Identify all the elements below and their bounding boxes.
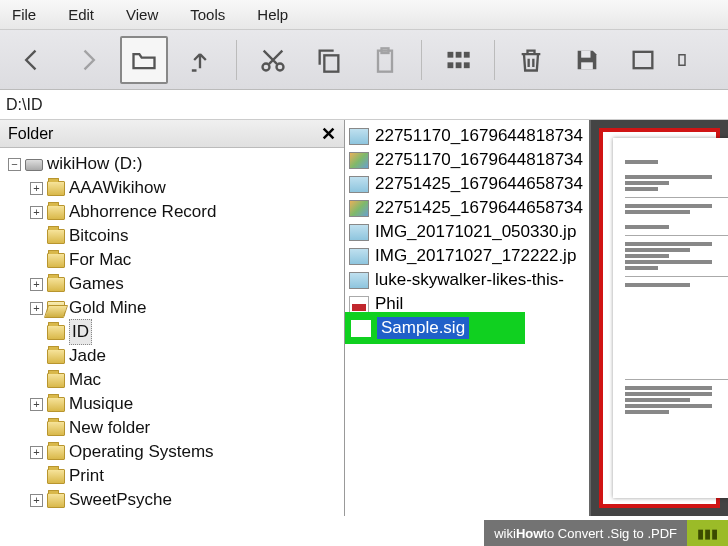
forward-button[interactable] bbox=[64, 36, 112, 84]
tree-item-label: Musique bbox=[69, 392, 133, 416]
folder-icon bbox=[47, 253, 65, 268]
file-row[interactable]: 22751425_1679644658734 bbox=[349, 172, 589, 196]
file-thumb-icon bbox=[349, 176, 369, 193]
folder-icon bbox=[47, 469, 65, 484]
tree-item[interactable]: +SweetPsyche bbox=[0, 488, 344, 512]
selected-file-name[interactable]: Sample.sig bbox=[377, 317, 469, 339]
file-row[interactable]: IMG_20171027_172222.jp bbox=[349, 244, 589, 268]
selected-file-highlight: Sample.sig bbox=[345, 312, 525, 344]
path-bar[interactable]: D:\ID bbox=[0, 90, 728, 120]
watermark-brand: wikiHow to Convert .Sig to .PDF bbox=[484, 520, 687, 546]
tree-item-label: Operating Systems bbox=[69, 440, 214, 464]
cut-button[interactable] bbox=[249, 36, 297, 84]
more-button[interactable] bbox=[675, 36, 695, 84]
menu-edit[interactable]: Edit bbox=[68, 6, 94, 23]
menu-tools[interactable]: Tools bbox=[190, 6, 225, 23]
svg-rect-14 bbox=[679, 54, 685, 65]
svg-point-0 bbox=[263, 63, 270, 70]
folder-icon bbox=[47, 325, 65, 340]
svg-rect-11 bbox=[581, 50, 590, 57]
tree-item-label: ID bbox=[69, 319, 92, 345]
file-icon bbox=[351, 320, 371, 337]
tree-item[interactable]: For Mac bbox=[0, 248, 344, 272]
watermark-badge: ▮▮▮ bbox=[687, 520, 728, 546]
file-row[interactable]: 22751170_1679644818734 bbox=[349, 124, 589, 148]
tree-header: Folder ✕ bbox=[0, 120, 344, 148]
file-name: luke-skywalker-likes-this- bbox=[375, 270, 564, 290]
tree-item[interactable]: +Gold Mine bbox=[0, 296, 344, 320]
tree-item-label: Bitcoins bbox=[69, 224, 129, 248]
svg-rect-10 bbox=[464, 62, 470, 68]
file-thumb-icon bbox=[349, 248, 369, 265]
preview-pane bbox=[591, 120, 728, 516]
tree-item[interactable]: +Abhorrence Record bbox=[0, 200, 344, 224]
tree-item[interactable]: Jade bbox=[0, 344, 344, 368]
tree-item-label: Games bbox=[69, 272, 124, 296]
up-button[interactable] bbox=[176, 36, 224, 84]
close-tree-button[interactable]: ✕ bbox=[321, 123, 336, 145]
tree-root-label: wikiHow (D:) bbox=[47, 152, 142, 176]
tree-item-label: For Mac bbox=[69, 248, 131, 272]
view-grid-button[interactable] bbox=[434, 36, 482, 84]
menu-view[interactable]: View bbox=[126, 6, 158, 23]
svg-rect-2 bbox=[324, 55, 338, 71]
folder-icon bbox=[47, 229, 65, 244]
file-row[interactable]: luke-skywalker-likes-this- bbox=[349, 268, 589, 292]
tree-item[interactable]: Print bbox=[0, 464, 344, 488]
path-text: D:\ID bbox=[6, 96, 42, 114]
window-button[interactable] bbox=[619, 36, 667, 84]
file-thumb-icon bbox=[349, 200, 369, 217]
tree-item[interactable]: +Games bbox=[0, 272, 344, 296]
back-button[interactable] bbox=[8, 36, 56, 84]
svg-rect-8 bbox=[448, 62, 454, 68]
tree-item-label: Abhorrence Record bbox=[69, 200, 216, 224]
tree-item-label: AAAWikihow bbox=[69, 176, 166, 200]
file-name: IMG_20171021_050330.jp bbox=[375, 222, 576, 242]
open-folder-button[interactable] bbox=[120, 36, 168, 84]
file-name: 22751170_1679644818734 bbox=[375, 126, 583, 146]
file-name: Phil bbox=[375, 294, 403, 314]
menu-file[interactable]: File bbox=[12, 6, 36, 23]
tree-item-label: Print bbox=[69, 464, 104, 488]
tree-item-label: Jade bbox=[69, 344, 106, 368]
file-name: 22751425_1679644658734 bbox=[375, 174, 583, 194]
tree-item-label: Mac bbox=[69, 368, 101, 392]
file-thumb-icon bbox=[349, 224, 369, 241]
file-name: 22751425_1679644658734 bbox=[375, 198, 583, 218]
document-preview bbox=[613, 138, 728, 498]
tree-item[interactable]: +AAAWikihow bbox=[0, 176, 344, 200]
tree-body[interactable]: − wikiHow (D:) +AAAWikihow+Abhorrence Re… bbox=[0, 148, 344, 516]
tree-item-label: Gold Mine bbox=[69, 296, 146, 320]
paste-button[interactable] bbox=[361, 36, 409, 84]
file-row[interactable]: 22751425_1679644658734 bbox=[349, 196, 589, 220]
separator bbox=[494, 40, 495, 80]
tree-item[interactable]: Bitcoins bbox=[0, 224, 344, 248]
folder-icon bbox=[47, 277, 65, 292]
tree-item[interactable]: +Musique bbox=[0, 392, 344, 416]
svg-point-1 bbox=[277, 63, 284, 70]
tree-item[interactable]: +Operating Systems bbox=[0, 440, 344, 464]
file-thumb-icon bbox=[349, 152, 369, 169]
tree-item[interactable]: New folder bbox=[0, 416, 344, 440]
delete-button[interactable] bbox=[507, 36, 555, 84]
tree-item[interactable]: Mac bbox=[0, 368, 344, 392]
folder-icon bbox=[47, 421, 65, 436]
folder-icon bbox=[47, 301, 65, 316]
file-list-pane[interactable]: 22751170_167964481873422751170_167964481… bbox=[345, 120, 591, 516]
tree-item[interactable]: ID bbox=[0, 320, 344, 344]
save-button[interactable] bbox=[563, 36, 611, 84]
file-row[interactable]: IMG_20171021_050330.jp bbox=[349, 220, 589, 244]
menu-help[interactable]: Help bbox=[257, 6, 288, 23]
file-thumb-icon bbox=[349, 296, 369, 313]
svg-rect-6 bbox=[456, 51, 462, 57]
svg-rect-9 bbox=[456, 62, 462, 68]
separator bbox=[421, 40, 422, 80]
tree-item-label: New folder bbox=[69, 416, 150, 440]
separator bbox=[236, 40, 237, 80]
folder-icon bbox=[47, 205, 65, 220]
toolbar bbox=[0, 30, 728, 90]
svg-rect-12 bbox=[581, 62, 593, 69]
copy-button[interactable] bbox=[305, 36, 353, 84]
tree-root[interactable]: − wikiHow (D:) bbox=[0, 152, 344, 176]
file-row[interactable]: 22751170_1679644818734 bbox=[349, 148, 589, 172]
